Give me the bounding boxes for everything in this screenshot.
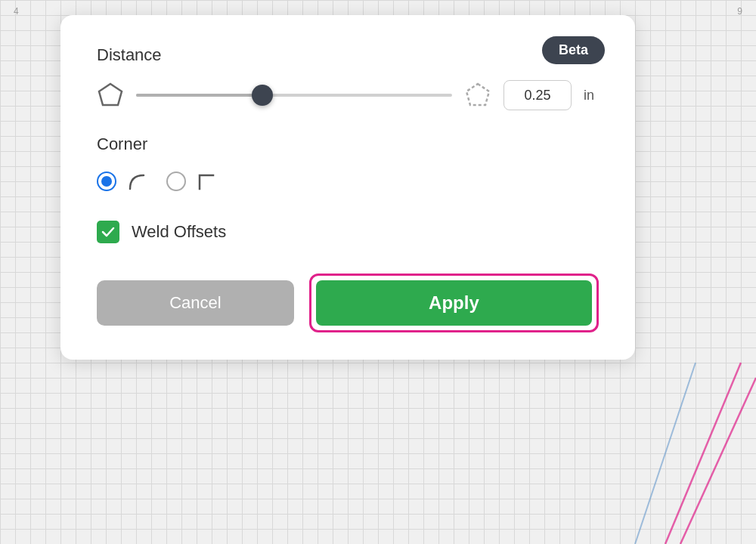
checkmark-icon	[101, 225, 115, 239]
apply-button[interactable]: Apply	[316, 280, 592, 326]
buttons-row: Cancel Apply	[97, 274, 599, 332]
corner-sharp-radio[interactable]	[166, 172, 186, 191]
corner-sharp-icon	[194, 169, 218, 193]
weld-offsets-checkbox[interactable]	[97, 221, 119, 243]
unit-label: in	[584, 88, 599, 104]
corner-label: Corner	[97, 134, 599, 154]
pentagon-dashed-icon	[464, 82, 491, 109]
corner-rounded-radio[interactable]	[97, 172, 116, 191]
corner-rounded-radio-inner	[101, 176, 112, 187]
dialog-panel: Beta Distance in Corner	[60, 15, 635, 360]
corner-row	[97, 169, 599, 193]
grid-number-top-right: 9	[737, 6, 742, 17]
weld-offsets-label: Weld Offsets	[132, 222, 226, 242]
svg-marker-4	[466, 84, 489, 105]
svg-marker-3	[99, 84, 122, 105]
cancel-button[interactable]: Cancel	[97, 280, 294, 326]
distance-row: in	[97, 80, 599, 110]
beta-badge: Beta	[542, 36, 605, 64]
pentagon-solid-icon	[97, 82, 124, 109]
corner-rounded-option[interactable]	[97, 169, 148, 193]
apply-button-wrapper: Apply	[309, 274, 599, 332]
distance-value-input[interactable]	[503, 80, 572, 110]
weld-offsets-row: Weld Offsets	[97, 221, 599, 243]
distance-slider-container[interactable]	[136, 82, 452, 109]
distance-label: Distance	[97, 45, 599, 65]
grid-number-top-left: 4	[14, 6, 19, 17]
corner-sharp-option[interactable]	[166, 169, 218, 193]
corner-rounded-icon	[124, 169, 148, 193]
